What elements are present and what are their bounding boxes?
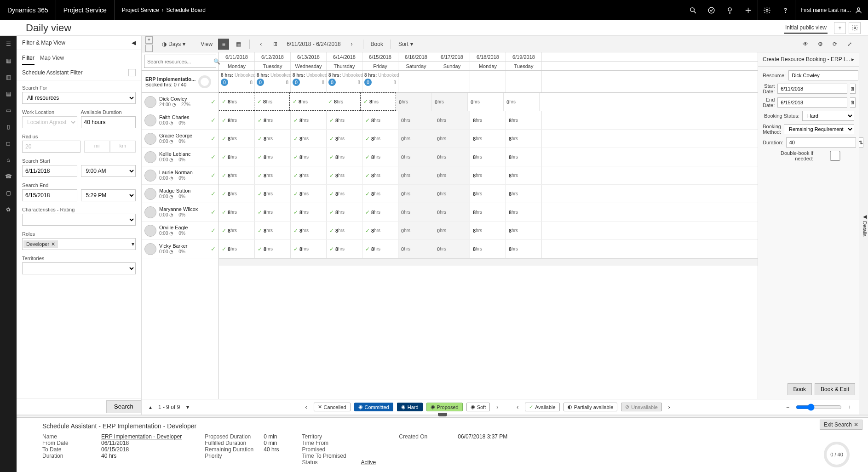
- legend-proposed[interactable]: ◉Proposed: [426, 403, 463, 411]
- start-date-input[interactable]: [777, 84, 847, 94]
- refresh-icon[interactable]: ⟳: [829, 39, 840, 50]
- schedule-cell[interactable]: ✓8 hrs: [291, 130, 327, 148]
- schedule-cell[interactable]: ✓8 hrs: [219, 166, 255, 184]
- schedule-cell[interactable]: ✓8 hrs: [219, 222, 255, 239]
- app-name[interactable]: Project Service: [56, 0, 115, 20]
- schedule-cell[interactable]: 8 hrs: [470, 111, 506, 129]
- book-button[interactable]: Book: [369, 40, 385, 48]
- schedule-cell[interactable]: ✓8 hrs: [325, 92, 361, 111]
- expand-icon[interactable]: ▾: [184, 403, 192, 411]
- schedule-cell[interactable]: 8 hrs: [470, 222, 506, 239]
- nav-item[interactable]: ☎: [3, 171, 14, 182]
- add-icon[interactable]: [739, 0, 758, 20]
- prev-icon[interactable]: ‹: [255, 39, 266, 50]
- avail-next-icon[interactable]: ›: [666, 403, 673, 411]
- schedule-cell[interactable]: 8 hrs: [470, 130, 506, 148]
- roles-select[interactable]: Developer✕ ▾: [22, 238, 136, 250]
- schedule-cell[interactable]: 8 hrs: [506, 222, 542, 239]
- schedule-cell[interactable]: ✓8 hrs: [219, 130, 255, 148]
- schedule-cell[interactable]: ✓8 hrs: [289, 92, 325, 111]
- schedule-cell[interactable]: ✓8 hrs: [327, 166, 362, 184]
- lightbulb-icon[interactable]: [721, 0, 739, 20]
- requirement-link[interactable]: ERP Implementation - Developer: [101, 433, 182, 440]
- task-icon[interactable]: [702, 0, 721, 20]
- brand-label[interactable]: Dynamics 365: [0, 0, 56, 20]
- expand-icon[interactable]: ⤢: [844, 39, 855, 50]
- radius-unit-toggle[interactable]: mikm: [84, 141, 136, 153]
- schedule-cell[interactable]: ✓8 hrs: [362, 222, 398, 239]
- schedule-cell[interactable]: 8 hrs: [470, 148, 506, 166]
- legend-prev-icon[interactable]: ‹: [303, 403, 310, 411]
- details-flap[interactable]: ◀ Details: [859, 36, 868, 415]
- schedule-cell[interactable]: 8 hrs: [506, 111, 542, 129]
- schedule-cell[interactable]: ✓8 hrs: [255, 111, 291, 129]
- chevron-right-icon[interactable]: ▸: [851, 56, 854, 63]
- work-location-select[interactable]: Location Agnostic: [22, 116, 77, 128]
- schedule-cell[interactable]: 0 hrs: [398, 130, 434, 148]
- schedule-cell[interactable]: ✓8 hrs: [362, 148, 398, 166]
- legend-cancelled[interactable]: ✕Cancelled: [314, 403, 351, 411]
- role-chip[interactable]: Developer✕: [23, 240, 58, 248]
- schedule-cell[interactable]: 8 hrs: [470, 240, 506, 258]
- schedule-cell[interactable]: 0 hrs: [434, 203, 470, 221]
- nav-item[interactable]: ▦: [3, 55, 14, 66]
- help-icon[interactable]: [776, 0, 795, 20]
- search-end-time[interactable]: 5:29 PM: [81, 189, 136, 201]
- schedule-cell[interactable]: ✓8 hrs: [327, 222, 362, 239]
- duration-input[interactable]: [786, 137, 856, 148]
- gear-icon[interactable]: [758, 0, 776, 20]
- nav-item[interactable]: ▥: [3, 72, 14, 83]
- search-button[interactable]: Search: [106, 400, 141, 413]
- schedule-cell[interactable]: ✓8 hrs: [327, 203, 362, 221]
- schedule-cell[interactable]: 0 hrs: [398, 240, 434, 258]
- schedule-cell[interactable]: 0 hrs: [434, 130, 470, 148]
- date-range[interactable]: 6/11/2018 - 6/24/2018: [285, 40, 342, 48]
- schedule-cell[interactable]: ✓8 hrs: [219, 185, 255, 203]
- schedule-cell[interactable]: 0 hrs: [434, 222, 470, 239]
- resource-input[interactable]: [788, 70, 858, 80]
- calendar-icon[interactable]: 🗓: [270, 39, 281, 50]
- grid-view-icon[interactable]: ▦: [233, 39, 244, 50]
- end-date-input[interactable]: [777, 97, 847, 108]
- schedule-cell[interactable]: ✓8 hrs: [291, 111, 327, 129]
- search-start-time[interactable]: 9:00 AM: [81, 165, 136, 177]
- schedule-cell[interactable]: 0 hrs: [434, 185, 470, 203]
- nav-item[interactable]: ▤: [3, 88, 14, 99]
- schedule-cell[interactable]: ✓8 hrs: [327, 148, 362, 166]
- legend-soft[interactable]: ◉Soft: [466, 403, 490, 411]
- schedule-cell[interactable]: ✓8 hrs: [255, 203, 291, 221]
- schedule-cell[interactable]: 8 hrs: [506, 148, 542, 166]
- breadcrumb-item[interactable]: Schedule Board: [167, 7, 206, 13]
- characteristics-select[interactable]: [22, 214, 136, 226]
- collapse-left-icon[interactable]: ◀: [132, 40, 136, 46]
- schedule-cell[interactable]: 0 hrs: [434, 111, 470, 129]
- zoom-slider[interactable]: [796, 404, 842, 411]
- book-button[interactable]: Book: [788, 383, 812, 395]
- schedule-cell[interactable]: ✓8 hrs: [255, 222, 291, 239]
- schedule-cell[interactable]: 0 hrs: [432, 93, 468, 111]
- schedule-cell[interactable]: 0 hrs: [434, 240, 470, 258]
- tab-map-view[interactable]: Map View: [40, 52, 64, 65]
- legend-next-icon[interactable]: ›: [494, 403, 501, 411]
- resource-row[interactable]: Maryanne Wilcox0:00 ◔ 0%✓: [142, 203, 218, 222]
- collapse-icon[interactable]: ▴: [146, 403, 155, 411]
- schedule-cell[interactable]: ✓8 hrs: [219, 92, 254, 111]
- resource-row[interactable]: Dick Cowley24:00 ◔ 27%✓: [142, 93, 218, 111]
- schedule-cell[interactable]: 8 hrs: [506, 130, 542, 148]
- schedule-cell[interactable]: 8 hrs: [470, 185, 506, 203]
- schedule-cell[interactable]: ✓8 hrs: [362, 111, 398, 129]
- schedule-cell[interactable]: ✓8 hrs: [255, 148, 291, 166]
- schedule-cell[interactable]: ✓8 hrs: [219, 240, 255, 258]
- schedule-cell[interactable]: ✓8 hrs: [291, 166, 327, 184]
- expand-rows-controls[interactable]: +−: [145, 36, 154, 52]
- search-resources-input[interactable]: [144, 59, 213, 64]
- radius-input[interactable]: [22, 141, 80, 153]
- schedule-cell[interactable]: ✓8 hrs: [255, 185, 291, 203]
- resource-row[interactable]: Gracie George0:00 ◔ 0%✓: [142, 130, 218, 148]
- schedule-cell[interactable]: ✓8 hrs: [255, 240, 291, 258]
- schedule-cell[interactable]: ✓8 hrs: [219, 148, 255, 166]
- schedule-cell[interactable]: 0 hrs: [398, 111, 434, 129]
- breadcrumb-item[interactable]: Project Service: [122, 7, 159, 13]
- legend-hard[interactable]: ◉Hard: [397, 403, 423, 411]
- avail-prev-icon[interactable]: ‹: [514, 403, 521, 411]
